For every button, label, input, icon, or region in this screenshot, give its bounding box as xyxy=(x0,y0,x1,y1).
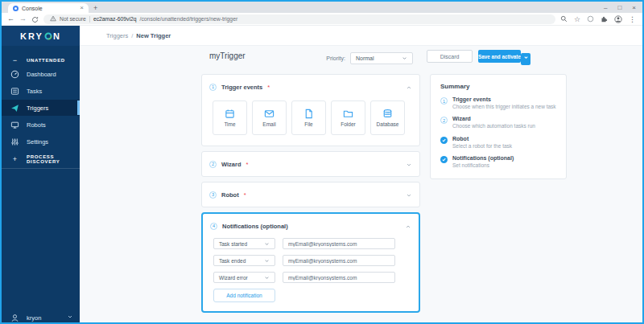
add-notification-button[interactable]: Add notification xyxy=(213,289,275,302)
window-close-icon[interactable]: × xyxy=(632,4,636,11)
step-complete-check-icon xyxy=(440,156,448,163)
section-title: Robot xyxy=(221,191,239,199)
plus-icon: + xyxy=(10,155,19,163)
section-trigger-events-header[interactable]: 1 Trigger events * xyxy=(202,75,419,99)
required-asterisk: * xyxy=(246,161,249,168)
user-chevron-down-icon xyxy=(67,314,73,322)
trigger-name-input[interactable]: myTrigger xyxy=(209,51,246,60)
browser-menu-icon[interactable]: ⋮ xyxy=(629,15,636,23)
window-maximize-icon[interactable]: □ xyxy=(617,4,621,11)
sidebar-item-label: Settings xyxy=(27,138,48,146)
back-icon[interactable]: ← xyxy=(7,15,14,23)
browser-tab[interactable]: Console × xyxy=(8,3,89,13)
sidebar-item-label: Tasks xyxy=(27,88,42,95)
sidebar: − UNATTENDED Dashboard Tasks Triggers Ro… xyxy=(2,46,80,322)
address-bar[interactable]: Not secure ec2amaz-609vi2q/console/unatt… xyxy=(43,14,555,24)
sidebar-item-process-discovery[interactable]: + PROCESS DISCOVERY xyxy=(2,151,80,167)
step-number-badge: 2 xyxy=(440,117,448,124)
forward-icon[interactable]: → xyxy=(19,15,27,23)
file-icon xyxy=(303,109,314,119)
step-number-badge: 1 xyxy=(440,97,448,105)
breadcrumb-parent[interactable]: Triggers xyxy=(106,32,128,39)
security-label: Not secure xyxy=(60,16,86,22)
sidebar-item-robots[interactable]: Robots xyxy=(2,117,80,133)
summary-step-desc: Choose which automation tasks run xyxy=(452,123,535,129)
chevron-down-icon xyxy=(264,258,270,264)
collapse-chevron-up-icon[interactable] xyxy=(405,219,411,233)
refresh-icon[interactable] xyxy=(31,12,39,27)
summary-step-desc: Set notifications xyxy=(452,162,514,169)
browser-window: Console × + – □ × ← → Not secure ec2amaz… xyxy=(0,0,644,324)
summary-step-desc: Choose when this trigger initiates a new… xyxy=(452,104,556,110)
sidebar-item-tasks[interactable]: Tasks xyxy=(2,83,80,99)
section-robot: 3 Robot * xyxy=(201,182,420,207)
tile-label: Time xyxy=(224,121,235,127)
notification-email-input[interactable] xyxy=(283,238,395,249)
profile-avatar-icon[interactable] xyxy=(614,15,622,23)
extension-circle-icon[interactable] xyxy=(587,15,594,23)
url-host: ec2amaz-609vi2q xyxy=(93,16,137,22)
section-notifications-header[interactable]: 4 Notifications (optional) xyxy=(203,214,419,238)
notification-event-value: Task ended xyxy=(219,258,246,264)
summary-title: Summary xyxy=(440,83,556,90)
logo-o-icon xyxy=(44,32,52,40)
section-wizard-header[interactable]: 2 Wizard * xyxy=(202,152,419,176)
notification-row: Task started xyxy=(213,238,408,249)
step-number-badge: 2 xyxy=(209,161,217,168)
notification-email-input[interactable] xyxy=(283,272,395,283)
sidebar-item-dashboard[interactable]: Dashboard xyxy=(2,66,80,82)
tab-close-icon[interactable]: × xyxy=(80,5,84,11)
tile-label: Database xyxy=(377,121,399,127)
save-and-activate-button[interactable]: Save and activate xyxy=(478,50,521,63)
section-title: Wizard xyxy=(221,161,242,168)
settings-sliders-icon xyxy=(10,137,19,146)
triggers-send-icon xyxy=(10,104,19,113)
chevron-down-icon xyxy=(523,55,529,60)
summary-panel: Summary 1 Trigger events Choose when thi… xyxy=(430,74,567,179)
extensions-puzzle-icon[interactable] xyxy=(601,15,608,23)
save-dropdown-toggle[interactable] xyxy=(521,53,530,65)
user-menu[interactable]: kryon xyxy=(2,310,80,324)
notification-event-value: Task started xyxy=(219,241,247,247)
step-complete-check-icon xyxy=(440,137,448,144)
url-path: /console/unattended/triggers/new-trigger xyxy=(140,16,238,22)
notification-event-select[interactable]: Wizard error xyxy=(213,272,275,283)
trigger-tile-email[interactable]: Email xyxy=(252,100,287,135)
priority-value: Normal xyxy=(356,55,374,61)
tile-label: Email xyxy=(262,121,275,127)
breadcrumb-current: New Trigger xyxy=(136,32,171,39)
chevron-down-icon xyxy=(264,241,270,247)
section-title: Trigger events xyxy=(221,84,262,91)
collapse-chevron-up-icon[interactable] xyxy=(406,80,412,94)
trigger-tile-database[interactable]: Database xyxy=(370,100,405,135)
notification-row: Wizard error xyxy=(213,272,408,283)
priority-label: Priority: xyxy=(326,55,345,61)
discard-button[interactable]: Discard xyxy=(427,50,473,63)
collapse-minus-icon[interactable]: − xyxy=(10,56,19,64)
tile-label: Folder xyxy=(341,121,355,127)
breadcrumb: Triggers / New Trigger xyxy=(80,26,642,46)
notification-event-select[interactable]: Task started xyxy=(213,238,275,249)
section-robot-header[interactable]: 3 Robot * xyxy=(202,183,419,207)
logo-text-n: N xyxy=(53,31,61,41)
zoom-icon[interactable] xyxy=(560,15,568,23)
trigger-tile-file[interactable]: File xyxy=(291,100,326,135)
trigger-tile-time[interactable]: Time xyxy=(213,100,247,135)
chevron-down-icon xyxy=(402,55,407,61)
folder-icon xyxy=(343,109,353,119)
expand-chevron-down-icon[interactable] xyxy=(406,187,412,202)
sidebar-item-label: Triggers xyxy=(27,105,48,112)
section-wizard: 2 Wizard * xyxy=(201,151,420,177)
new-tab-button[interactable]: + xyxy=(93,3,97,13)
trigger-tile-folder[interactable]: Folder xyxy=(331,100,365,135)
window-minimize-icon[interactable]: – xyxy=(604,4,607,11)
notification-row: Task ended xyxy=(213,255,408,266)
expand-chevron-down-icon[interactable] xyxy=(406,157,412,171)
bookmark-star-icon[interactable]: ☆ xyxy=(574,15,580,23)
sidebar-item-triggers[interactable]: Triggers xyxy=(2,100,80,116)
kryon-logo: KRYN xyxy=(2,26,80,46)
priority-select[interactable]: Normal xyxy=(350,52,413,64)
notification-event-select[interactable]: Task ended xyxy=(213,255,275,266)
sidebar-item-settings[interactable]: Settings xyxy=(2,133,80,150)
notification-email-input[interactable] xyxy=(283,255,395,266)
